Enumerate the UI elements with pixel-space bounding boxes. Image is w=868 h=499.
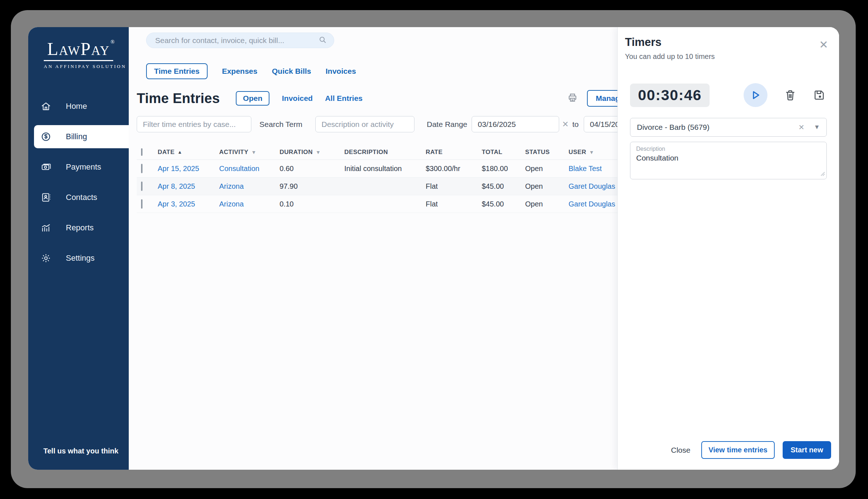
app-window: LawPay® AN AFFINIPAY SOLUTION Home Billi… — [28, 27, 839, 470]
search-input[interactable] — [155, 36, 315, 45]
sidebar-item-payments[interactable]: Payments — [28, 155, 129, 179]
tab-quick-bills[interactable]: Quick Bills — [272, 67, 311, 76]
home-icon — [41, 101, 51, 112]
row-checkbox[interactable] — [141, 164, 142, 173]
row-checkbox[interactable] — [141, 182, 142, 191]
main-content: Time Entries Expenses Quick Bills Invoic… — [129, 27, 839, 470]
total-cell: $45.00 — [482, 182, 525, 191]
to-label: to — [572, 120, 579, 129]
column-header-rate[interactable]: Rate — [426, 149, 482, 156]
sidebar-nav: Home Billing Payments — [28, 95, 129, 277]
tab-invoices[interactable]: Invoices — [326, 67, 356, 76]
save-timer-icon[interactable] — [813, 89, 825, 101]
close-panel-link[interactable]: Close — [671, 446, 690, 455]
case-filter-input[interactable] — [137, 116, 251, 132]
table-row[interactable]: Apr 3, 2025 Arizona 0.10 Flat $45.00 Ope… — [137, 195, 671, 213]
timers-panel: Timers You can add up to 10 timers ✕ 00:… — [617, 27, 839, 470]
chevron-down-icon[interactable]: ▼ — [814, 124, 820, 131]
filter-invoiced-link[interactable]: Invoiced — [282, 94, 312, 103]
row-checkbox[interactable] — [141, 199, 142, 209]
payments-icon — [41, 162, 51, 172]
resize-handle-icon[interactable] — [821, 171, 825, 178]
search-icon[interactable] — [319, 36, 327, 45]
lawpay-logo: LawPay® AN AFFINIPAY SOLUTION — [44, 39, 113, 69]
column-header-activity[interactable]: Activity▼ — [219, 149, 280, 156]
filter-all-entries-link[interactable]: All Entries — [325, 94, 363, 103]
sidebar-item-label: Reports — [66, 223, 94, 233]
description-field-value: Consultation — [636, 154, 821, 162]
page-title: Time Entries — [137, 91, 220, 106]
date-from-input[interactable] — [472, 116, 559, 132]
filter-open-button[interactable]: Open — [236, 91, 270, 106]
rate-cell: $300.00/hr — [426, 165, 482, 173]
description-field-label: Description — [636, 146, 821, 152]
timer-display: 00:30:46 — [630, 84, 710, 107]
global-search[interactable] — [146, 33, 334, 48]
time-entries-table: Date▲ Activity▼ Duration▼ Description Ra… — [137, 145, 671, 213]
page-header: Time Entries Open Invoiced All Entries M… — [137, 90, 671, 107]
duration-cell: 0.10 — [280, 200, 344, 208]
timers-subtitle: You can add up to 10 timers — [625, 52, 832, 61]
tab-time-entries[interactable]: Time Entries — [146, 63, 208, 79]
screen: LawPay® AN AFFINIPAY SOLUTION Home Billi… — [0, 0, 868, 499]
date-cell[interactable]: Apr 15, 2025 — [158, 165, 219, 173]
duration-cell: 0.60 — [280, 165, 344, 173]
timers-footer: Close View time entries Start new — [625, 441, 832, 459]
sidebar-item-label: Contacts — [66, 193, 97, 202]
timer-description-field[interactable]: Description Consultation — [630, 142, 827, 179]
column-header-date[interactable]: Date▲ — [158, 149, 219, 156]
feedback-link[interactable]: Tell us what you think — [28, 447, 129, 470]
date-range-label: Date Range — [427, 120, 467, 129]
rate-cell: Flat — [426, 200, 482, 208]
sidebar: LawPay® AN AFFINIPAY SOLUTION Home Billi… — [28, 27, 129, 470]
description-cell: Initial consultation — [344, 165, 426, 173]
reports-icon — [41, 222, 51, 233]
date-cell[interactable]: Apr 3, 2025 — [158, 200, 219, 208]
sidebar-item-label: Settings — [66, 253, 95, 263]
column-header-total[interactable]: Total — [482, 149, 525, 156]
timers-title: Timers — [625, 36, 832, 49]
sort-caret-icon: ▼ — [589, 149, 594, 155]
activity-cell[interactable]: Arizona — [219, 200, 280, 208]
activity-cell[interactable]: Arizona — [219, 182, 280, 191]
table-row[interactable]: Apr 15, 2025 Consultation 0.60 Initial c… — [137, 160, 671, 178]
date-cell[interactable]: Apr 8, 2025 — [158, 182, 219, 191]
status-filters: Open Invoiced All Entries — [236, 91, 363, 106]
play-button[interactable] — [744, 83, 767, 107]
column-header-status[interactable]: Status — [525, 149, 569, 156]
activity-cell[interactable]: Consultation — [219, 165, 280, 173]
table-row[interactable]: Apr 8, 2025 Arizona 97.90 Flat $45.00 Op… — [137, 178, 671, 195]
date-clear-icon[interactable]: ✕ — [562, 120, 569, 129]
matter-select[interactable]: Divorce - Barb (5679) ✕ ▼ — [630, 118, 827, 137]
timer-row: 00:30:46 — [625, 83, 832, 107]
sidebar-item-contacts[interactable]: Contacts — [28, 186, 129, 209]
settings-gear-icon — [41, 253, 51, 264]
billing-icon — [41, 131, 51, 142]
registered-mark: ® — [111, 39, 115, 45]
total-cell: $180.00 — [482, 165, 525, 173]
sort-ascending-icon: ▲ — [178, 149, 182, 155]
sidebar-item-reports[interactable]: Reports — [28, 216, 129, 239]
view-time-entries-button[interactable]: View time entries — [701, 441, 775, 459]
column-header-description[interactable]: Description — [344, 149, 426, 156]
sort-caret-icon: ▼ — [316, 149, 321, 155]
contacts-icon — [41, 192, 51, 203]
billing-tabs: Time Entries Expenses Quick Bills Invoic… — [137, 63, 671, 79]
sidebar-item-label: Payments — [66, 162, 101, 172]
close-icon[interactable]: ✕ — [819, 39, 828, 50]
search-term-input[interactable] — [315, 116, 414, 132]
sidebar-item-home[interactable]: Home — [28, 95, 129, 118]
tab-expenses[interactable]: Expenses — [222, 67, 258, 76]
sidebar-item-label: Billing — [66, 132, 87, 141]
sidebar-item-billing[interactable]: Billing — [34, 125, 129, 148]
select-all-checkbox[interactable] — [141, 148, 142, 156]
print-icon[interactable] — [567, 93, 578, 104]
sidebar-item-settings[interactable]: Settings — [28, 247, 129, 270]
start-new-button[interactable]: Start new — [783, 441, 831, 459]
matter-value: Divorce - Barb (5679) — [637, 123, 710, 132]
matter-clear-icon[interactable]: ✕ — [798, 123, 804, 132]
logo-text: LawPay — [47, 39, 110, 59]
delete-timer-icon[interactable] — [784, 89, 796, 101]
column-header-duration[interactable]: Duration▼ — [280, 149, 344, 156]
status-cell: Open — [525, 182, 569, 191]
